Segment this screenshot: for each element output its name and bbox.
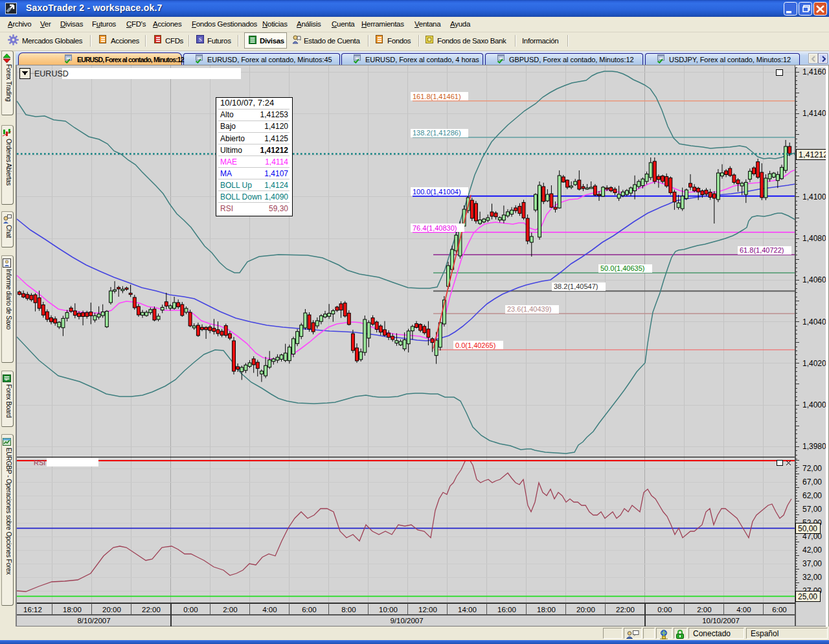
svg-text:25,00: 25,00 (798, 592, 817, 601)
svg-text:Ultimo: Ultimo (220, 146, 242, 155)
svg-text:1,3980: 1,3980 (802, 442, 826, 451)
svg-text:1,4114: 1,4114 (265, 157, 288, 167)
svg-text:1,4120: 1,4120 (264, 122, 288, 131)
svg-text:1,4080: 1,4080 (802, 234, 826, 243)
svg-text:EURUSD: EURUSD (34, 69, 69, 78)
svg-text:1,4100: 1,4100 (802, 192, 826, 201)
svg-text:0:00: 0:00 (657, 606, 672, 614)
svg-text:Abierto: Abierto (220, 134, 245, 143)
svg-text:1,41212: 1,41212 (260, 146, 289, 155)
svg-text:138.2(1,41286): 138.2(1,41286) (413, 129, 461, 137)
svg-text:22:00: 22:00 (142, 606, 161, 614)
svg-text:1,41253: 1,41253 (260, 110, 289, 119)
svg-text:61.8(1,40722): 61.8(1,40722) (740, 246, 784, 254)
svg-text:4:00: 4:00 (736, 606, 751, 614)
svg-text:4:00: 4:00 (262, 606, 277, 614)
svg-text:BOLL Up: BOLL Up (220, 181, 252, 190)
svg-text:RSI: RSI (34, 459, 45, 466)
svg-text:42,00: 42,00 (802, 546, 822, 555)
svg-text:50.0(1,40635): 50.0(1,40635) (600, 264, 645, 272)
svg-text:1,4040: 1,4040 (802, 317, 826, 327)
svg-text:0.0(1,40265): 0.0(1,40265) (455, 341, 495, 349)
svg-text:0:00: 0:00 (183, 606, 198, 614)
svg-text:67,00: 67,00 (802, 477, 822, 487)
svg-text:10/10/2007: 10/10/2007 (702, 617, 740, 625)
svg-text:1,4060: 1,4060 (802, 275, 826, 284)
svg-text:59,30: 59,30 (269, 204, 288, 213)
svg-text:1,4125: 1,4125 (264, 134, 288, 143)
svg-text:MA: MA (220, 169, 232, 178)
svg-text:2:00: 2:00 (223, 606, 237, 614)
svg-text:16:12: 16:12 (23, 606, 42, 614)
svg-text:1,4090: 1,4090 (264, 192, 288, 201)
svg-text:18:00: 18:00 (537, 606, 556, 614)
svg-text:BOLL Down: BOLL Down (220, 192, 262, 201)
svg-text:10/10/07, 7:24: 10/10/07, 7:24 (220, 98, 274, 108)
svg-text:Alto: Alto (220, 110, 234, 119)
svg-text:76.4(1,40830): 76.4(1,40830) (413, 224, 457, 232)
svg-text:RSI: RSI (220, 204, 233, 213)
svg-text:1,4124: 1,4124 (264, 181, 288, 190)
svg-text:8:00: 8:00 (341, 606, 356, 614)
svg-text:20:00: 20:00 (102, 606, 121, 614)
svg-text:1,4160: 1,4160 (802, 67, 826, 76)
svg-text:1,4107: 1,4107 (264, 169, 288, 178)
svg-text:18:00: 18:00 (63, 606, 82, 614)
svg-text:161.8(1,41461): 161.8(1,41461) (413, 93, 461, 100)
svg-text:57,00: 57,00 (802, 505, 822, 514)
svg-text:1,41212: 1,41212 (799, 150, 828, 159)
svg-text:1,4000: 1,4000 (802, 400, 826, 409)
svg-text:8/10/2007: 8/10/2007 (77, 617, 110, 625)
svg-text:1,4020: 1,4020 (802, 359, 826, 368)
svg-text:100.0(1,41004): 100.0(1,41004) (413, 188, 461, 196)
svg-text:22:00: 22:00 (616, 606, 635, 614)
svg-text:50,00: 50,00 (798, 524, 817, 533)
svg-text:12:00: 12:00 (418, 606, 437, 614)
svg-text:2:00: 2:00 (697, 606, 711, 614)
svg-text:S: S (199, 36, 202, 43)
svg-text:1,4140: 1,4140 (802, 109, 826, 118)
svg-text:F: F (5, 378, 8, 382)
svg-text:37,00: 37,00 (802, 559, 822, 568)
svg-text:9/10/2007: 9/10/2007 (390, 617, 423, 625)
svg-text:38.2(1,40547): 38.2(1,40547) (554, 282, 598, 290)
svg-text:MAE: MAE (220, 157, 237, 167)
svg-text:62,00: 62,00 (802, 491, 822, 500)
svg-text:32,00: 32,00 (802, 573, 822, 582)
svg-text:72,00: 72,00 (802, 464, 822, 473)
svg-text:16:00: 16:00 (497, 606, 516, 614)
svg-text:10:00: 10:00 (379, 606, 398, 614)
svg-text:6:00: 6:00 (772, 606, 786, 614)
svg-text:14:00: 14:00 (458, 606, 477, 614)
svg-text:Bajo: Bajo (220, 122, 236, 131)
svg-text:6:00: 6:00 (302, 606, 316, 614)
svg-text:23.6(1,40439): 23.6(1,40439) (507, 305, 552, 313)
svg-text:20:00: 20:00 (576, 606, 595, 614)
